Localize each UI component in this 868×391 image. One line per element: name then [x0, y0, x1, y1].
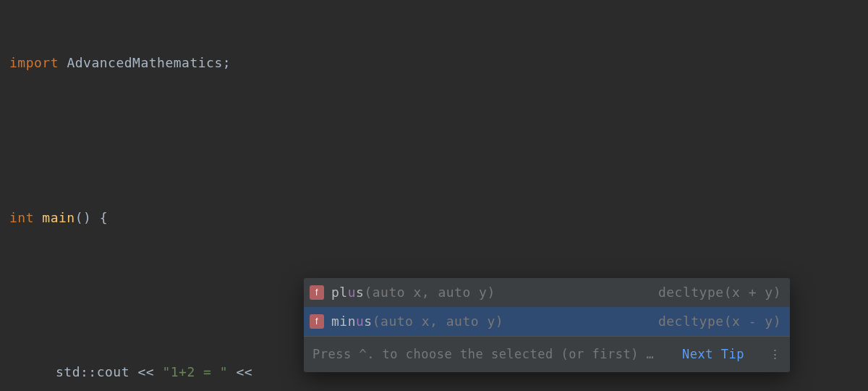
match-highlight: u: [356, 314, 364, 329]
completion-text: s: [356, 285, 364, 300]
keyword-import: import: [9, 55, 59, 70]
footer-hint: Press ^. to choose the selected (or firs…: [312, 342, 676, 366]
completion-footer: Press ^. to choose the selected (or firs…: [304, 336, 790, 371]
lbrace: {: [100, 210, 108, 225]
function-icon: f: [310, 314, 324, 329]
code-line[interactable]: import AdvancedMathematics;: [0, 49, 868, 77]
completion-popup[interactable]: f plus(auto x, auto y) decltype(x + y) f…: [304, 278, 790, 372]
kebab-icon[interactable]: ⋮: [769, 342, 781, 366]
semicolon: ;: [223, 55, 231, 70]
parens: (): [75, 210, 92, 225]
std-cout: std::cout: [56, 364, 129, 379]
completion-return-type: decltype(x - y): [658, 309, 781, 334]
match-highlight: u: [348, 285, 356, 300]
code-line-blank[interactable]: [0, 127, 868, 154]
completion-item[interactable]: f plus(auto x, auto y) decltype(x + y): [304, 278, 790, 307]
code-line[interactable]: int main() {: [0, 204, 868, 232]
completion-return-type: decltype(x + y): [658, 280, 781, 305]
next-tip-link[interactable]: Next Tip: [682, 342, 744, 366]
function-icon: f: [310, 285, 324, 300]
completion-text: s: [364, 314, 372, 329]
op-ltlt: <<: [236, 364, 252, 379]
module-name: AdvancedMathematics: [67, 55, 222, 70]
function-main: main: [42, 210, 75, 225]
completion-signature: (auto x, auto y): [364, 285, 495, 300]
completion-signature: (auto x, auto y): [373, 314, 503, 329]
keyword-int: int: [9, 210, 34, 225]
completion-text: pl: [331, 285, 348, 300]
completion-text: min: [331, 314, 356, 329]
completion-item-selected[interactable]: f minus(auto x, auto y) decltype(x - y): [304, 307, 790, 336]
string-literal: "1+2 = ": [162, 364, 228, 379]
op-ltlt: <<: [137, 364, 154, 379]
